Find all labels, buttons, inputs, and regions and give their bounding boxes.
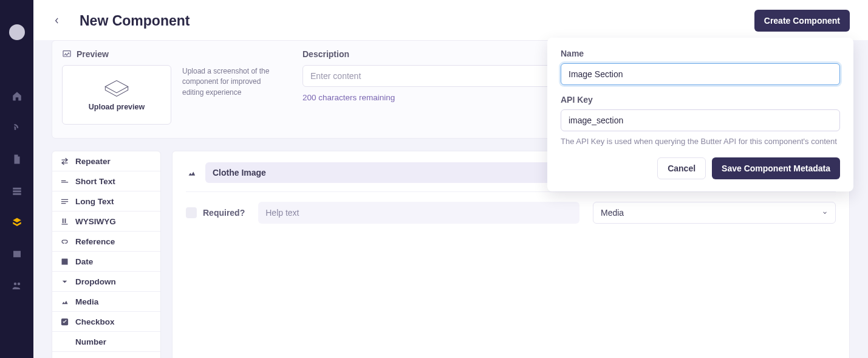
pages-icon[interactable] — [11, 153, 23, 165]
metadata-modal: Name API Key The API Key is used when qu… — [547, 38, 853, 191]
preview-help-text: Upload a screenshot of the component for… — [182, 65, 279, 125]
blog-icon[interactable] — [11, 122, 23, 134]
fieldtype-number[interactable]: Number — [52, 332, 160, 352]
fieldtype-label: Media — [75, 297, 98, 306]
reference-icon — [60, 236, 69, 246]
field-options-row: Required? Media — [186, 192, 836, 224]
cancel-button[interactable]: Cancel — [657, 157, 706, 179]
field-type-select[interactable]: Media — [593, 202, 836, 224]
fieldtype-wysiwyg[interactable]: WYSIWYG — [52, 212, 160, 232]
media-icon — [186, 167, 197, 178]
apikey-help-text: The API Key is used when querying the Bu… — [561, 136, 840, 148]
media-icon — [60, 297, 69, 306]
number-icon — [60, 337, 69, 346]
collections-icon[interactable] — [11, 185, 23, 197]
fieldtype-checkbox[interactable]: Checkbox — [52, 312, 160, 332]
long-text-icon — [60, 196, 69, 206]
avatar[interactable] — [9, 24, 25, 40]
page-title: New Component — [80, 13, 190, 29]
dropdown-icon — [60, 277, 69, 286]
fieldtype-html[interactable]: HTML — [52, 352, 160, 358]
upload-preview-button[interactable]: Upload preview — [62, 65, 171, 125]
fieldtype-label: WYSIWYG — [75, 217, 116, 226]
home-icon[interactable] — [11, 90, 23, 102]
users-icon[interactable] — [11, 280, 23, 292]
name-input[interactable] — [561, 63, 840, 85]
components-icon[interactable] — [11, 216, 23, 229]
fieldtype-short-text[interactable]: Short Text — [52, 171, 160, 191]
help-text-input[interactable] — [258, 202, 579, 224]
date-icon — [60, 256, 69, 266]
wysiwyg-icon — [60, 216, 69, 226]
apikey-label: API Key — [561, 95, 840, 105]
fieldtype-label: Dropdown — [75, 277, 116, 286]
nav-rail — [0, 0, 33, 358]
back-button[interactable] — [52, 15, 63, 26]
name-label: Name — [561, 49, 840, 58]
fieldtype-reference[interactable]: Reference — [52, 232, 160, 252]
short-text-icon — [60, 176, 69, 186]
required-checkbox[interactable] — [186, 207, 197, 218]
title-bar: New Component Create Component — [33, 0, 868, 40]
create-component-button[interactable]: Create Component — [754, 10, 850, 32]
fieldtype-date[interactable]: Date — [52, 252, 160, 272]
fieldtype-label: Long Text — [75, 197, 114, 206]
fieldtype-repeater[interactable]: Repeater — [52, 151, 160, 171]
repeater-icon — [60, 156, 69, 166]
required-toggle[interactable]: Required? — [186, 207, 245, 218]
apikey-input[interactable] — [561, 109, 840, 131]
fieldtype-dropdown[interactable]: Dropdown — [52, 272, 160, 292]
fieldtypes-panel: RepeaterShort TextLong TextWYSIWYGRefere… — [52, 151, 161, 358]
fieldtype-label: Short Text — [75, 177, 115, 186]
save-metadata-button[interactable]: Save Component Metadata — [712, 157, 840, 179]
fieldtype-long-text[interactable]: Long Text — [52, 191, 160, 212]
fieldtype-media[interactable]: Media — [52, 292, 160, 312]
media-library-icon[interactable] — [11, 248, 23, 260]
fieldtype-label: Number — [75, 337, 106, 346]
upload-preview-label: Upload preview — [89, 103, 145, 111]
fieldtype-label: Reference — [75, 237, 115, 246]
fieldtype-label: Repeater — [75, 157, 111, 166]
fieldtype-label: Checkbox — [75, 317, 115, 326]
fieldtype-label: Date — [75, 257, 93, 266]
preview-section-label: Preview — [62, 49, 281, 59]
chevron-down-icon — [822, 208, 828, 218]
checkbox-icon — [60, 317, 69, 326]
